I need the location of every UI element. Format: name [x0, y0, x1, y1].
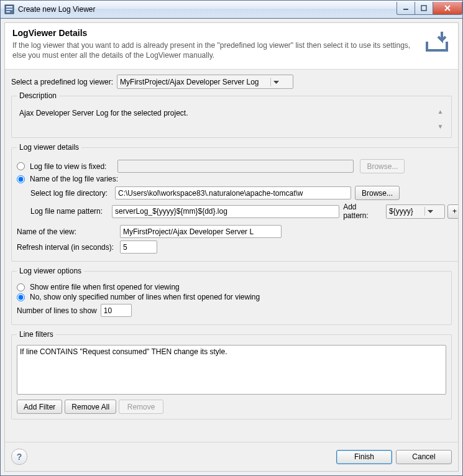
- add-filter-button[interactable]: Add Filter: [17, 400, 62, 414]
- add-pattern-select[interactable]: ${yyyy}: [386, 204, 445, 219]
- refresh-label: Refresh interval (in seconds):: [17, 243, 120, 252]
- cancel-button[interactable]: Cancel: [396, 450, 452, 464]
- details-group: Log viewer details Log file to view is f…: [11, 143, 458, 262]
- minimize-button[interactable]: [397, 2, 415, 15]
- dialog-footer: ? Finish Cancel: [5, 442, 458, 471]
- window-buttons: [397, 2, 462, 14]
- predefined-value: MyFirstProject/Ajax Developer Server Log: [120, 78, 270, 86]
- dialog-content: LogViewer Details If the log viewer that…: [4, 22, 459, 472]
- add-pattern-value: ${yyyy}: [389, 207, 424, 216]
- banner-heading: LogViewer Details: [12, 28, 422, 38]
- dialog-window: Create new Log Viewer LogViewer Details …: [0, 0, 463, 476]
- fixed-label: Log file to view is fixed:: [30, 162, 106, 171]
- predefined-label: Select a predefined log viewer:: [11, 78, 113, 86]
- import-icon: [422, 28, 452, 60]
- svg-rect-4: [403, 9, 408, 10]
- description-group: Description Ajax Developer Server Log fo…: [11, 91, 452, 138]
- refresh-input[interactable]: [120, 240, 157, 254]
- options-group: Log viewer options Show entire file when…: [11, 267, 452, 325]
- svg-rect-1: [6, 6, 12, 7]
- description-text-area[interactable]: Ajax Developer Server Log for the select…: [17, 106, 446, 132]
- chevron-down-icon: [270, 78, 290, 86]
- dir-label: Select log file directory:: [30, 189, 115, 198]
- svg-rect-3: [6, 11, 10, 12]
- varies-label: Name of the log file varies:: [30, 175, 118, 183]
- dir-browse-button[interactable]: Browse...: [355, 186, 400, 200]
- list-item[interactable]: If line CONTAINS "Request consumed" THEN…: [20, 347, 443, 356]
- finish-button[interactable]: Finish: [336, 450, 392, 464]
- predefined-select[interactable]: MyFirstProject/Ajax Developer Server Log: [117, 75, 293, 89]
- scroll-down-icon[interactable]: ▼: [438, 124, 444, 130]
- fixed-path-input: [117, 160, 354, 173]
- filters-list[interactable]: If line CONTAINS "Request consumed" THEN…: [17, 345, 446, 395]
- varies-radio[interactable]: [17, 175, 25, 183]
- description-group-title: Description: [17, 91, 59, 100]
- chevron-down-icon: [424, 207, 444, 216]
- app-icon: [4, 4, 14, 14]
- fixed-browse-button: Browse...: [360, 159, 405, 173]
- numlines-input[interactable]: [101, 304, 132, 317]
- numlines-label: Number of lines to show: [17, 306, 97, 315]
- scroll-up-icon[interactable]: ▲: [438, 109, 444, 115]
- details-group-title: Log viewer details: [17, 143, 81, 152]
- fixed-radio[interactable]: [17, 162, 25, 170]
- filters-group: Line filters If line CONTAINS "Request c…: [11, 330, 452, 419]
- remove-all-button[interactable]: Remove All: [65, 400, 116, 414]
- svg-rect-5: [421, 6, 426, 11]
- banner: LogViewer Details If the log viewer that…: [5, 23, 458, 70]
- pattern-label: Log file name pattern:: [30, 207, 112, 216]
- description-scrollbar[interactable]: ▲ ▼: [435, 107, 446, 132]
- filters-group-title: Line filters: [17, 330, 56, 339]
- viewname-input[interactable]: [120, 225, 282, 238]
- entire-label: Show entire file when first opened for v…: [30, 283, 180, 291]
- viewname-label: Name of the view:: [17, 227, 120, 236]
- svg-rect-2: [6, 9, 12, 10]
- form-area: Select a predefined log viewer: MyFirstP…: [5, 70, 458, 442]
- remove-button: Remove: [119, 400, 163, 414]
- window-title: Create new Log Viewer: [18, 5, 397, 14]
- banner-description: If the log viewer that you want to add i…: [12, 40, 422, 60]
- partial-label: No, show only specified number of lines …: [30, 293, 260, 301]
- titlebar[interactable]: Create new Log Viewer: [1, 1, 462, 19]
- entire-radio[interactable]: [17, 283, 25, 291]
- help-button[interactable]: ?: [11, 449, 27, 465]
- add-pattern-button[interactable]: +: [447, 204, 458, 219]
- options-group-title: Log viewer options: [17, 267, 84, 275]
- dir-input[interactable]: [115, 186, 351, 199]
- partial-radio[interactable]: [17, 293, 25, 301]
- maximize-button[interactable]: [415, 2, 433, 15]
- add-pattern-label: Add pattern:: [343, 203, 382, 220]
- description-text: Ajax Developer Server Log for the select…: [19, 109, 188, 117]
- close-button[interactable]: [433, 2, 462, 15]
- pattern-input[interactable]: [112, 205, 339, 218]
